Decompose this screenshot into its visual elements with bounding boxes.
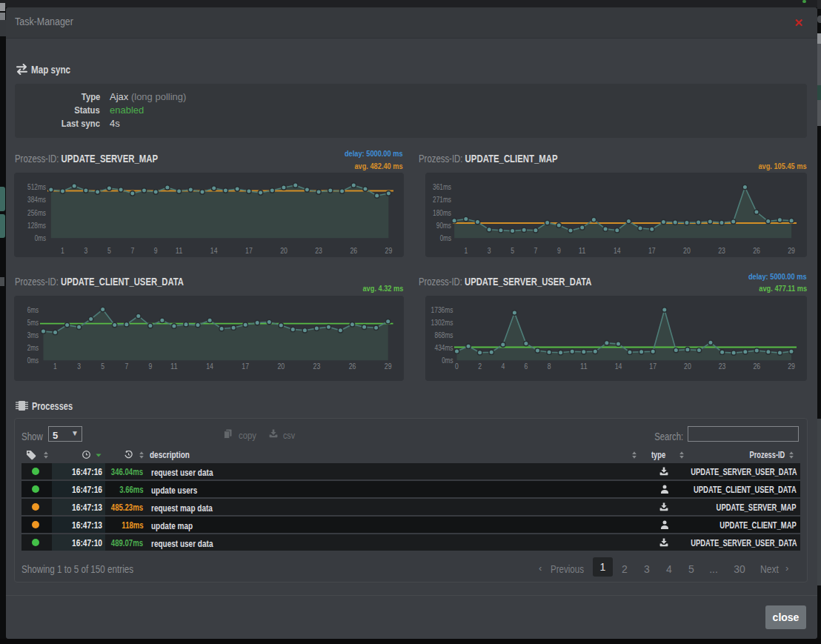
svg-text:23: 23 — [718, 246, 725, 255]
svg-text:512ms: 512ms — [27, 182, 46, 191]
svg-text:6ms: 6ms — [27, 305, 39, 314]
svg-text:0ms: 0ms — [442, 356, 453, 365]
svg-text:9: 9 — [557, 246, 561, 255]
svg-text:0ms: 0ms — [440, 233, 451, 242]
svg-text:0ms: 0ms — [35, 233, 46, 242]
svg-text:3: 3 — [84, 246, 88, 255]
svg-text:3: 3 — [488, 246, 491, 255]
svg-text:1736ms: 1736ms — [431, 305, 453, 314]
svg-text:14: 14 — [210, 246, 218, 255]
svg-text:17: 17 — [648, 246, 656, 255]
svg-text:7: 7 — [130, 246, 134, 255]
svg-text:361ms: 361ms — [433, 182, 451, 191]
svg-text:2: 2 — [478, 362, 482, 371]
svg-text:1: 1 — [464, 246, 468, 255]
svg-text:5: 5 — [101, 362, 104, 371]
svg-text:384ms: 384ms — [27, 195, 46, 204]
svg-text:14: 14 — [614, 246, 621, 255]
svg-text:17: 17 — [245, 246, 253, 255]
svg-text:23: 23 — [315, 246, 322, 255]
svg-text:180ms: 180ms — [433, 208, 451, 217]
svg-text:7: 7 — [124, 362, 128, 371]
svg-text:11: 11 — [176, 246, 183, 255]
svg-text:23: 23 — [719, 362, 726, 371]
svg-text:29: 29 — [788, 362, 795, 371]
svg-text:5: 5 — [107, 246, 111, 255]
svg-text:1: 1 — [53, 362, 57, 371]
svg-text:128ms: 128ms — [27, 221, 46, 230]
svg-text:0ms: 0ms — [27, 356, 39, 365]
svg-text:434ms: 434ms — [435, 343, 453, 352]
svg-text:20: 20 — [280, 246, 287, 255]
svg-text:3ms: 3ms — [27, 331, 39, 339]
svg-text:1: 1 — [61, 246, 64, 255]
svg-text:7: 7 — [534, 246, 538, 255]
svg-text:26: 26 — [349, 362, 356, 371]
svg-text:2ms: 2ms — [27, 343, 39, 352]
svg-text:11: 11 — [579, 246, 586, 255]
svg-text:256ms: 256ms — [27, 208, 46, 217]
svg-text:23: 23 — [313, 362, 321, 371]
svg-text:5: 5 — [511, 246, 514, 255]
svg-text:26: 26 — [753, 246, 760, 255]
svg-text:90ms: 90ms — [436, 221, 451, 230]
svg-text:14: 14 — [206, 362, 213, 371]
svg-text:9: 9 — [154, 246, 158, 255]
svg-text:20: 20 — [683, 246, 691, 255]
svg-text:1302ms: 1302ms — [431, 318, 453, 327]
svg-text:271ms: 271ms — [433, 195, 451, 204]
svg-text:20: 20 — [684, 362, 691, 371]
svg-text:14: 14 — [615, 362, 622, 371]
svg-text:26: 26 — [350, 246, 357, 255]
svg-text:5ms: 5ms — [27, 318, 39, 327]
svg-text:8: 8 — [548, 362, 551, 371]
svg-text:29: 29 — [788, 246, 795, 255]
svg-text:9: 9 — [149, 362, 153, 371]
svg-text:11: 11 — [580, 362, 588, 371]
svg-text:26: 26 — [753, 362, 760, 371]
svg-text:17: 17 — [649, 362, 657, 371]
svg-text:4: 4 — [501, 362, 505, 371]
svg-text:6: 6 — [525, 362, 528, 371]
svg-text:29: 29 — [385, 362, 392, 371]
svg-text:11: 11 — [170, 362, 178, 371]
svg-text:20: 20 — [277, 362, 285, 371]
svg-text:0: 0 — [455, 362, 459, 371]
svg-text:17: 17 — [242, 362, 249, 371]
svg-text:868ms: 868ms — [435, 331, 453, 339]
svg-text:3: 3 — [77, 362, 81, 371]
svg-text:29: 29 — [385, 246, 393, 255]
